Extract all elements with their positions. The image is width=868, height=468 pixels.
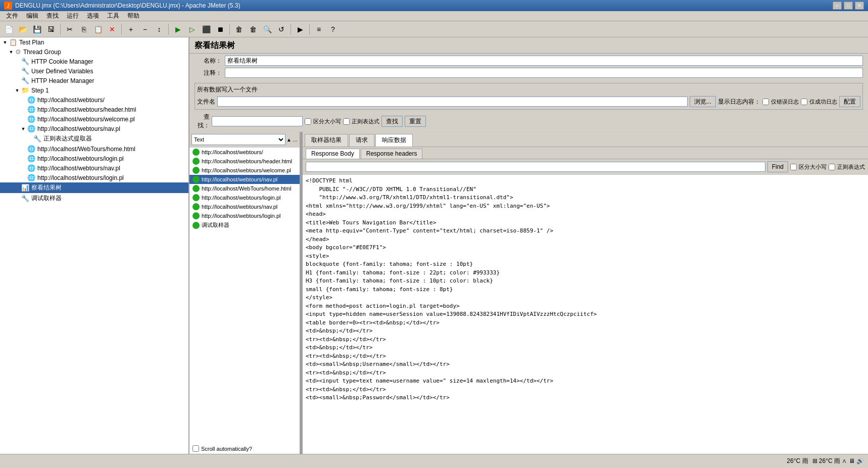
- menu-options[interactable]: 选项: [83, 11, 103, 21]
- reset-toolbar-button[interactable]: ↺: [275, 23, 288, 36]
- url-nav-item[interactable]: ▼ 🌐 http://localhost/webtours/nav.pl: [0, 124, 188, 133]
- list-item-5[interactable]: http://localhost/webtours/login.pl: [189, 193, 300, 202]
- http-header-item[interactable]: ▷ 🔧 HTTP Header Manager: [0, 76, 188, 85]
- tab-sampler-result[interactable]: 取样器结果: [305, 134, 348, 147]
- error-log-check[interactable]: [762, 99, 769, 105]
- debug-sampler-item[interactable]: ▷ 🔧 调试取样器: [0, 193, 188, 204]
- delete-button[interactable]: ✕: [106, 23, 119, 36]
- list-item-2[interactable]: http://localhost/webtours/welcome.pl: [189, 166, 300, 175]
- toggle-button[interactable]: ↕: [153, 23, 166, 36]
- maximize-button[interactable]: □: [844, 2, 853, 10]
- menu-tools[interactable]: 工具: [103, 11, 123, 21]
- list-item-4[interactable]: http://localhost/WebTours/home.html: [189, 184, 300, 193]
- step1-expand[interactable]: ▼: [14, 87, 20, 93]
- url-nav2-item[interactable]: ▷ 🌐 http://localhost/webtours/nav.pl: [0, 163, 188, 173]
- find-input[interactable]: [306, 162, 765, 172]
- help-toolbar-button[interactable]: ?: [326, 23, 340, 36]
- close-button[interactable]: ✕: [855, 2, 864, 10]
- url-login-item[interactable]: ▷ 🌐 http://localhost/webtours/login.pl: [0, 154, 188, 163]
- stop-button[interactable]: ⬛: [200, 23, 213, 36]
- list-url-7: http://localhost/webtours/login.pl: [202, 213, 281, 219]
- browse-button[interactable]: 浏览...: [690, 96, 716, 107]
- step1-item[interactable]: ▼ 📁 Step 1: [0, 85, 188, 95]
- bottom-bar: 26°C 雨 ⊞ 26°C 雨 ∧ 🖥 🔊: [0, 454, 868, 468]
- cut-button[interactable]: ✂: [63, 23, 76, 36]
- list-panel: Text RegExp Tester CSS/JQuery Tester XPa…: [189, 132, 301, 454]
- code-area[interactable]: <!DOCTYPE html PUBLIC "-//W3C//DTD XHTML…: [303, 175, 868, 454]
- list-item-3[interactable]: http://localhost/webtours/nav.pl: [189, 175, 300, 184]
- list-item-0[interactable]: http://localhost/webtours/: [189, 148, 300, 157]
- find-regex-check[interactable]: [829, 164, 835, 170]
- find-btn[interactable]: 查找: [381, 116, 403, 127]
- success-log-check[interactable]: [801, 99, 807, 105]
- comment-input[interactable]: [225, 68, 863, 78]
- thread-group-expand[interactable]: ▼: [8, 49, 14, 55]
- saveas-button[interactable]: 🖫: [44, 23, 58, 36]
- tab-response-data[interactable]: 响应数据: [375, 134, 413, 147]
- scroll-check-box[interactable]: [192, 445, 199, 452]
- name-input[interactable]: [225, 56, 863, 66]
- http-cookie-label: HTTP Cookie Manager: [31, 58, 93, 65]
- test-plan-expand[interactable]: ▼: [2, 39, 8, 45]
- find-button[interactable]: Find: [767, 161, 788, 172]
- url1-item[interactable]: ▷ 🌐 http://localhost/webtours/: [0, 95, 188, 105]
- remote-start-button[interactable]: ▶: [294, 23, 307, 36]
- url-home-item[interactable]: ▷ 🌐 http://localhost/WebTours/home.html: [0, 144, 188, 154]
- url-nav-expand[interactable]: ▼: [20, 126, 26, 132]
- test-plan-item[interactable]: ▼ 📋 Test Plan: [0, 37, 188, 47]
- clear-button[interactable]: 🗑: [232, 23, 246, 36]
- text-mode-select[interactable]: Text RegExp Tester CSS/JQuery Tester XPa…: [191, 134, 285, 145]
- menu-find[interactable]: 查找: [42, 11, 63, 21]
- thread-group-item[interactable]: ▼ ⚙ Thread Group: [0, 47, 188, 57]
- save-button[interactable]: 💾: [30, 23, 43, 36]
- list-item-6[interactable]: http://localhost/webtours/nav.pl: [189, 202, 300, 211]
- status-dot-8: [192, 222, 200, 229]
- thread-group-label: Thread Group: [23, 49, 61, 56]
- url-login2-item[interactable]: ▷ 🌐 http://localhost/webtours/login.pl: [0, 173, 188, 182]
- start-no-pause-button[interactable]: ▷: [185, 23, 199, 36]
- menu-edit[interactable]: 编辑: [22, 11, 42, 21]
- expand-button[interactable]: +: [124, 23, 137, 36]
- menu-run[interactable]: 运行: [63, 11, 83, 21]
- copy-button[interactable]: ⎘: [77, 23, 90, 36]
- case-sensitive-check[interactable]: [305, 118, 311, 125]
- start-button[interactable]: ▶: [171, 23, 184, 36]
- sep6: [309, 24, 310, 35]
- search-toolbar-button[interactable]: 🔍: [261, 23, 274, 36]
- list-url-6: http://localhost/webtours/nav.pl: [202, 204, 277, 210]
- list-item-1[interactable]: http://localhost/webtours/header.html: [189, 157, 300, 166]
- new-button[interactable]: 📄: [2, 23, 15, 36]
- clear-all-button[interactable]: 🗑: [247, 23, 260, 36]
- list-more[interactable]: …: [293, 137, 298, 143]
- search-input[interactable]: [212, 116, 303, 126]
- find-case-check[interactable]: [790, 164, 797, 170]
- config-button[interactable]: 配置: [839, 96, 860, 107]
- list-item-8[interactable]: 调试取样器: [189, 220, 300, 230]
- http-cookie-item[interactable]: ▷ 🔧 HTTP Cookie Manager: [0, 57, 188, 66]
- file-label: 文件名: [197, 98, 215, 106]
- subtab-response-body[interactable]: Response Body: [306, 149, 360, 159]
- menu-file[interactable]: 文件: [2, 11, 22, 21]
- list-button[interactable]: ≡: [312, 23, 325, 36]
- list-item-7[interactable]: http://localhost/webtours/login.pl: [189, 211, 300, 220]
- user-defined-item[interactable]: ▷ 🔧 User Defined Variables: [0, 66, 188, 76]
- regex-check[interactable]: [343, 118, 350, 125]
- open-button[interactable]: 📂: [16, 23, 29, 36]
- file-input[interactable]: [217, 97, 688, 107]
- list-url-3: http://localhost/webtours/nav.pl: [202, 176, 277, 182]
- regex-item[interactable]: ▷ 🔧 正则表达式提取器: [0, 133, 188, 144]
- minimize-button[interactable]: ─: [833, 2, 842, 10]
- view-result-item[interactable]: ▷ 📊 察看结果树: [0, 182, 188, 193]
- subtab-response-headers[interactable]: Response headers: [361, 149, 423, 159]
- shutdown-button[interactable]: ⏹: [214, 23, 227, 36]
- tab-request[interactable]: 请求: [349, 134, 374, 147]
- collapse-button[interactable]: −: [138, 23, 152, 36]
- paste-button[interactable]: 📋: [91, 23, 105, 36]
- url2-item[interactable]: ▷ 🌐 http://localhost/webtours/header.htm…: [0, 105, 188, 114]
- reset-search-btn[interactable]: 重置: [405, 116, 426, 127]
- find-row: Find 区分大小写 正则表达式: [303, 159, 868, 175]
- sep4: [229, 24, 230, 35]
- list-up-arrow[interactable]: ▲: [286, 137, 292, 143]
- url3-item[interactable]: ▷ 🌐 http://localhost/webtours/welcome.pl: [0, 114, 188, 124]
- menu-help[interactable]: 帮助: [123, 11, 143, 21]
